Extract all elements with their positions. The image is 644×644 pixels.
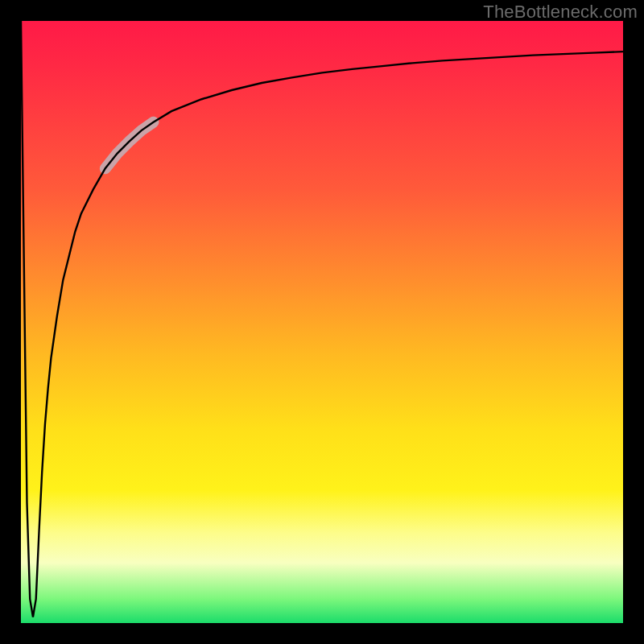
chart-frame: TheBottleneck.com bbox=[0, 0, 644, 644]
plot-area bbox=[21, 21, 623, 623]
highlight-segment bbox=[105, 122, 154, 169]
curve-layer bbox=[21, 21, 623, 623]
watermark-text: TheBottleneck.com bbox=[483, 2, 638, 23]
bottleneck-curve bbox=[21, 21, 623, 617]
